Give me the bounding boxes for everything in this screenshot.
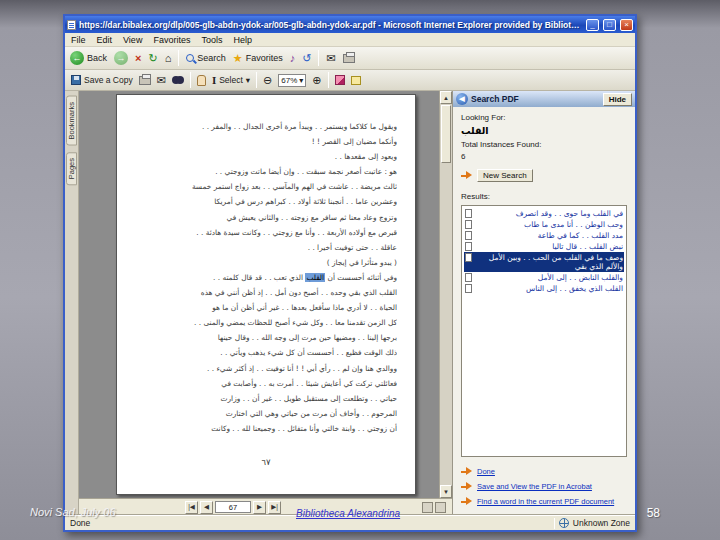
search-pane-link[interactable]: Find a word in the current PDF document bbox=[477, 497, 614, 506]
refresh-button[interactable]: ↻ bbox=[148, 53, 157, 64]
forward-button[interactable]: → bbox=[114, 51, 128, 65]
hand-tool-button[interactable] bbox=[197, 75, 206, 86]
search-result-item[interactable]: مدد القلب . . كما في طاعة bbox=[464, 230, 624, 241]
favorites-label: Favorites bbox=[246, 53, 283, 63]
tab-pages[interactable]: Pages bbox=[66, 152, 77, 185]
pdf-print-button[interactable] bbox=[139, 76, 151, 85]
page-line: فعائلتي تركت كي أعايش شيئا . . أمرت به .… bbox=[135, 376, 397, 391]
search-results-list[interactable]: في القلب وما حوى . . وقد انصرفوحب الوطن … bbox=[461, 205, 627, 457]
search-pane-link[interactable]: Done bbox=[477, 467, 495, 476]
tab-bookmarks[interactable]: Bookmarks bbox=[66, 96, 77, 146]
status-separator bbox=[554, 518, 555, 529]
menu-edit[interactable]: Edit bbox=[97, 35, 113, 45]
page-line: ثالث مريضة . . عاشت في الهم والمآسي . . … bbox=[135, 179, 397, 194]
search-button[interactable]: Search bbox=[186, 53, 226, 63]
search-pane-link[interactable]: Save and View the PDF in Acrobat bbox=[477, 482, 592, 491]
zoom-value: 67% bbox=[281, 76, 297, 85]
email-button[interactable]: ✉ bbox=[157, 75, 166, 86]
search-result-item[interactable]: القلب الذي يخفق . . إلى الناس bbox=[464, 283, 624, 294]
print-button[interactable] bbox=[343, 54, 355, 63]
media-button[interactable]: ♪ bbox=[290, 53, 296, 64]
scroll-up-button[interactable]: ▲ bbox=[440, 91, 452, 104]
hide-pane-button[interactable]: Hide bbox=[603, 93, 632, 106]
menu-tools[interactable]: Tools bbox=[201, 35, 222, 45]
main-area: Bookmarks Pages ويقول ما كلاكما ويستمر .… bbox=[65, 91, 635, 515]
page-line: حياتي . . وتطلعت إلى مستقبل طويل . . غير… bbox=[135, 391, 397, 406]
scrollbar-track[interactable] bbox=[440, 164, 452, 485]
search-result-item[interactable]: وصف ما في القلب من الحب . . وبين الأمل و… bbox=[464, 252, 624, 272]
results-label: Results: bbox=[461, 192, 627, 201]
new-search-button[interactable]: New Search bbox=[477, 169, 533, 182]
menu-favorites[interactable]: Favorites bbox=[153, 35, 190, 45]
back-button[interactable]: ← Back bbox=[70, 51, 107, 65]
single-page-view-icon[interactable] bbox=[422, 502, 433, 513]
slide-footer-date: Novi Sad, July 06 bbox=[30, 506, 116, 518]
slide-footer-link[interactable]: Bibliotheca Alexandrina bbox=[296, 508, 400, 519]
zoom-out-button[interactable]: ⊖ bbox=[263, 75, 272, 86]
browser-toolbar: ← Back → × ↻ ⌂ Search ★ Favorites ♪ ↺ ✉ bbox=[65, 47, 635, 70]
favorites-button[interactable]: ★ Favorites bbox=[233, 52, 283, 65]
search-pdf-button[interactable] bbox=[172, 76, 184, 85]
minimize-button[interactable]: _ bbox=[586, 19, 599, 31]
menu-view[interactable]: View bbox=[123, 35, 142, 45]
result-page-icon bbox=[465, 253, 472, 262]
navigation-tab-strip: Bookmarks Pages bbox=[65, 91, 79, 515]
toolbar-separator bbox=[328, 72, 329, 88]
presentation-slide: https://dar.bibalex.org/dlp/005-glb-abdn… bbox=[0, 0, 720, 540]
result-page-icon bbox=[465, 242, 472, 251]
zoom-in-button[interactable]: ⊕ bbox=[312, 75, 321, 86]
back-icon: ← bbox=[70, 51, 84, 65]
result-page-icon bbox=[465, 284, 472, 293]
previous-page-button[interactable]: ◀ bbox=[200, 501, 213, 514]
maximize-button[interactable]: □ bbox=[603, 19, 616, 31]
stop-button[interactable]: × bbox=[135, 53, 141, 64]
search-result-item[interactable]: نبض القلب . . قال تاليا bbox=[464, 241, 624, 252]
menu-bar: FileEditViewFavoritesToolsHelp bbox=[65, 33, 635, 47]
search-result-item[interactable]: في القلب وما حوى . . وقد انصرف bbox=[464, 208, 624, 219]
scroll-down-button[interactable]: ▼ bbox=[440, 485, 452, 498]
security-zone-label: Unknown Zone bbox=[573, 518, 630, 528]
window-title: https://dar.bibalex.org/dlp/005-glb-abdn… bbox=[79, 20, 582, 30]
first-page-button[interactable]: |◀ bbox=[185, 501, 198, 514]
page-line: الحياة . . لا أدري ماذا سأفعل بعدها . . … bbox=[135, 300, 397, 315]
search-label: Search bbox=[197, 53, 226, 63]
mail-button[interactable]: ✉ bbox=[326, 53, 335, 64]
menu-file[interactable]: File bbox=[71, 35, 86, 45]
select-tool-button[interactable]: I Select ▾ bbox=[212, 74, 250, 86]
search-result-item[interactable]: وحب الوطن . . أنا مدى ما طاب bbox=[464, 219, 624, 230]
pane-back-icon[interactable]: ◀ bbox=[456, 93, 468, 105]
close-button[interactable]: × bbox=[620, 19, 633, 31]
slide-number: 58 bbox=[647, 506, 660, 520]
search-pane-link-row: Save and View the PDF in Acrobat bbox=[461, 482, 627, 491]
search-result-item[interactable]: والقلب النابض . . إلى الأمل bbox=[464, 272, 624, 283]
search-highlight: القلب bbox=[305, 273, 325, 282]
note-tool-icon[interactable] bbox=[351, 76, 361, 85]
looking-for-label: Looking For: bbox=[461, 113, 627, 122]
pdf-viewer: ويقول ما كلاكما ويستمر . . ويبدأ مرة أخر… bbox=[79, 91, 452, 515]
home-button[interactable]: ⌂ bbox=[165, 53, 172, 64]
save-copy-button[interactable]: Save a Copy bbox=[71, 75, 133, 85]
last-page-button[interactable]: ▶| bbox=[268, 501, 281, 514]
page-number-box[interactable]: 67 bbox=[215, 501, 251, 513]
next-page-button[interactable]: ▶ bbox=[253, 501, 266, 514]
page-line: كل الزمن تقدمنا معا . . وكل شيء أصبح للح… bbox=[135, 315, 397, 330]
result-page-icon bbox=[465, 209, 472, 218]
orange-arrow-icon bbox=[461, 467, 472, 476]
menu-help[interactable]: Help bbox=[233, 35, 252, 45]
view-mode-buttons bbox=[420, 502, 446, 513]
page-line: ذلك الوقت فظيع . . أحسست أن كل شيء يذهب … bbox=[135, 345, 397, 360]
page-line: ووالدي هنا وإن لم . . رأي أبي ! ! أنا تو… bbox=[135, 361, 397, 376]
vertical-scrollbar[interactable]: ▲ ▼ bbox=[439, 91, 452, 498]
result-text: مدد القلب . . كما في طاعة bbox=[475, 231, 623, 240]
chevron-down-icon: ▾ bbox=[299, 76, 303, 85]
zoom-level-select[interactable]: 67% ▾ bbox=[278, 74, 306, 87]
document-area[interactable]: ويقول ما كلاكما ويستمر . . ويبدأ مرة أخر… bbox=[79, 91, 439, 498]
highlighter-tool-icon[interactable] bbox=[335, 75, 345, 85]
history-button[interactable]: ↺ bbox=[302, 53, 311, 64]
title-bar[interactable]: https://dar.bibalex.org/dlp/005-glb-abdn… bbox=[65, 16, 635, 33]
page-number: ٦٧ bbox=[117, 455, 415, 470]
page-line: المرحوم . . وأخاف أن مرت من حياتي وهي ال… bbox=[135, 406, 397, 421]
continuous-view-icon[interactable] bbox=[435, 502, 446, 513]
scrollbar-thumb[interactable] bbox=[441, 105, 451, 163]
result-text: والقلب النابض . . إلى الأمل bbox=[475, 273, 623, 282]
